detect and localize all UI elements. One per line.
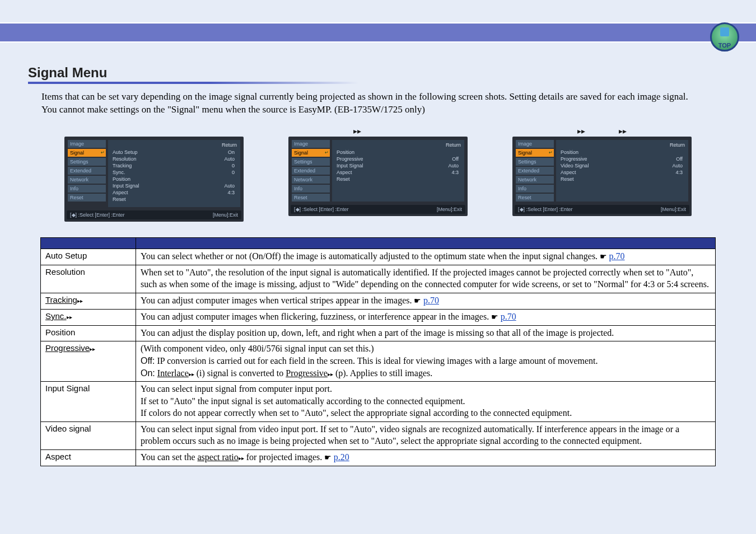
function-desc: You can select input signal from video i…: [136, 421, 716, 449]
osd-side-item: Image: [292, 140, 330, 148]
osd-row: Tracking0: [111, 162, 237, 169]
osd-row: Reset: [559, 176, 685, 182]
osd-row: Position: [335, 149, 461, 156]
osd-return: Return: [111, 142, 237, 148]
intro-text: Items that can be set vary depending on …: [41, 91, 728, 116]
osd-side-menu: ImageSignalSettingsExtendedNetworkInfoRe…: [68, 140, 106, 207]
osd-side-item: Signal: [292, 149, 330, 157]
header-spacer: [0, 0, 756, 22]
osd-side-item: Network: [68, 176, 106, 184]
osd-row: Position: [559, 149, 685, 156]
table-row: PositionYou can adjust the display posit…: [41, 325, 716, 341]
title-underline: [28, 82, 358, 84]
table-header-row: [41, 237, 716, 249]
osd-side-item: Reset: [292, 194, 330, 202]
table-row: Sync.▸▸You can adjust computer images wh…: [41, 309, 716, 325]
osd-row: Aspect4:3: [335, 169, 461, 176]
submenu-name: Input Signal: [41, 382, 136, 422]
osd-side-item: Image: [516, 140, 554, 148]
osd-row: Aspect4:3: [111, 189, 237, 196]
table-row: Tracking▸▸You can adjust computer images…: [41, 293, 716, 309]
screenshot-head: ▸▸▸▸: [64, 127, 244, 137]
submenu-name: Video signal: [41, 421, 136, 449]
osd-side-item: Info: [516, 185, 554, 193]
osd-row: Input SignalAuto: [111, 182, 237, 189]
osd-screen: ImageSignalSettingsExtendedNetworkInfoRe…: [64, 137, 244, 222]
cross-ref-link[interactable]: p.70: [609, 251, 625, 261]
screenshot-2: ▸▸▸▸ImageSignalSettingsExtendedNetworkIn…: [512, 127, 692, 222]
osd-row: Video SignalAuto: [559, 162, 685, 169]
submenu-name: Position: [41, 325, 136, 341]
signal-table: Auto SetupYou can select whether or not …: [40, 237, 716, 466]
cross-ref-link[interactable]: p.70: [423, 296, 439, 305]
submenu-name[interactable]: Sync.▸▸: [41, 309, 136, 325]
submenu-name: Aspect: [41, 450, 136, 466]
top-logo[interactable]: TOP: [710, 22, 739, 51]
osd-screen: ImageSignalSettingsExtendedNetworkInfoRe…: [288, 137, 468, 216]
osd-side-item: Network: [516, 176, 554, 184]
header-band: [0, 22, 756, 43]
function-desc: You can select input signal from compute…: [136, 382, 716, 422]
osd-screen: ImageSignalSettingsExtendedNetworkInfoRe…: [512, 137, 692, 216]
cross-ref-link[interactable]: p.70: [501, 312, 516, 321]
screenshot-head: ▸▸▸▸: [512, 127, 692, 137]
double-arrow-icon: ▸▸: [619, 127, 627, 137]
osd-row: ResolutionAuto: [111, 156, 237, 162]
osd-footer: [◆] :Select [Enter] :Enter[Menu]:Exit: [291, 205, 465, 214]
header: TOP: [0, 0, 756, 43]
osd-side-menu: ImageSignalSettingsExtendedNetworkInfoRe…: [516, 140, 554, 202]
submenu-name[interactable]: Tracking▸▸: [41, 293, 136, 309]
cross-ref-link[interactable]: Interlace: [157, 368, 189, 378]
submenu-name[interactable]: Progressive▸▸: [41, 341, 136, 382]
screenshot-1: ▸▸▸▸ImageSignalSettingsExtendedNetworkIn…: [288, 127, 468, 222]
osd-panel: ReturnPositionProgressiveOffInput Signal…: [332, 140, 464, 202]
osd-return: Return: [559, 142, 685, 148]
osd-row: ProgressiveOff: [559, 156, 685, 162]
osd-row: Aspect4:3: [559, 169, 685, 176]
osd-panel: ReturnPositionProgressiveOffVideo Signal…: [556, 140, 688, 202]
submenu-name: Auto Setup: [41, 249, 136, 265]
osd-row: Reset: [335, 176, 461, 182]
osd-row: Auto SetupOn: [111, 149, 237, 156]
osd-side-item: Extended: [68, 167, 106, 175]
function-desc: You can select whether or not (On/Off) t…: [136, 249, 716, 265]
osd-side-item: Settings: [516, 158, 554, 166]
function-desc: (With component video, only 480i/576i si…: [136, 341, 716, 382]
table-row: Input SignalYou can select input signal …: [41, 382, 716, 422]
function-desc: You can adjust computer images when vert…: [136, 293, 716, 309]
osd-footer: [◆] :Select [Enter] :Enter[Menu]:Exit: [67, 210, 241, 219]
cross-ref-link[interactable]: Progressive: [286, 368, 328, 378]
th-submenu: [41, 237, 136, 249]
cross-ref-link[interactable]: p.20: [334, 452, 349, 462]
double-arrow-icon: ▸▸: [577, 127, 585, 137]
osd-side-item: Reset: [68, 194, 106, 202]
osd-side-item: Image: [68, 140, 106, 148]
screenshot-0: ▸▸▸▸ImageSignalSettingsExtendedNetworkIn…: [64, 127, 244, 222]
osd-side-item: Settings: [68, 158, 106, 166]
table-row: AspectYou can set the aspect ratio▸▸ for…: [41, 450, 716, 466]
table-row: Video signalYou can select input signal …: [41, 421, 716, 449]
intro-line1: Items that can be set vary depending on …: [41, 91, 688, 102]
osd-row: ProgressiveOff: [335, 156, 461, 162]
osd-side-item: Signal: [68, 149, 106, 157]
osd-side-item: Signal: [516, 149, 554, 157]
function-desc: You can adjust computer images when flic…: [136, 309, 716, 325]
cross-ref-link[interactable]: aspect ratio: [197, 452, 238, 462]
osd-row: Input SignalAuto: [335, 162, 461, 169]
submenu-name: Resolution: [41, 265, 136, 293]
double-arrow-icon: ▸▸: [353, 127, 361, 137]
screenshot-head: ▸▸▸▸: [288, 127, 468, 137]
osd-panel: ReturnAuto SetupOnResolutionAutoTracking…: [108, 140, 240, 207]
screenshot-row: ▸▸▸▸ImageSignalSettingsExtendedNetworkIn…: [50, 127, 706, 222]
page-title: Signal Menu: [28, 65, 728, 81]
osd-side-item: Extended: [292, 167, 330, 175]
page-content: Signal Menu Items that can be set vary d…: [0, 43, 756, 466]
osd-side-item: Reset: [516, 194, 554, 202]
osd-side-item: Info: [292, 185, 330, 193]
osd-row: Position: [111, 176, 237, 182]
osd-return: Return: [335, 142, 461, 148]
osd-side-item: Settings: [292, 158, 330, 166]
osd-row: Reset: [111, 196, 237, 203]
osd-side-item: Extended: [516, 167, 554, 175]
osd-side-item: Network: [292, 176, 330, 184]
